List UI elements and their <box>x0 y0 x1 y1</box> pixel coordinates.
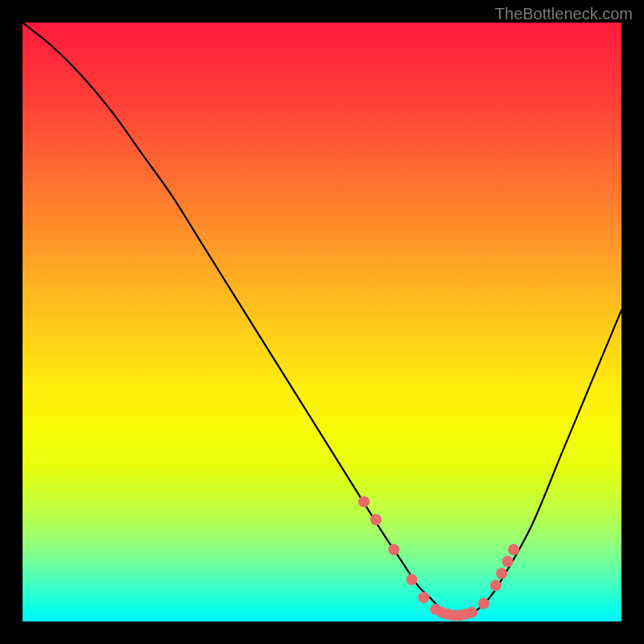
marker-dot <box>502 556 514 568</box>
marker-dot <box>418 592 429 603</box>
marker-dot <box>466 607 477 618</box>
marker-dot <box>358 496 369 507</box>
marker-dot <box>388 544 399 555</box>
plot-area <box>23 23 621 621</box>
curve-markers <box>358 496 519 621</box>
watermark-text: TheBottleneck.com <box>495 5 633 23</box>
curve-layer <box>23 23 621 621</box>
marker-dot <box>490 580 502 591</box>
marker-dot <box>370 514 382 526</box>
marker-dot <box>407 574 418 585</box>
bottleneck-curve <box>23 23 621 616</box>
marker-dot <box>478 598 489 609</box>
chart-frame <box>23 23 621 621</box>
marker-dot <box>496 568 507 579</box>
marker-dot <box>508 544 519 555</box>
